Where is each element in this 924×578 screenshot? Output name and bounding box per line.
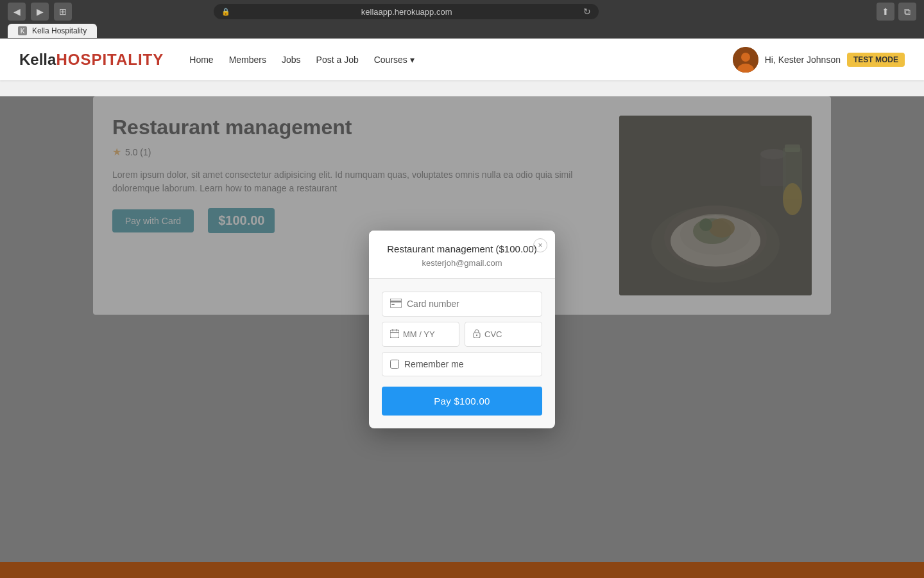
address-bar[interactable]: 🔒 kellaapp.herokuapp.com ↻ xyxy=(214,4,599,19)
avatar xyxy=(733,47,758,73)
close-icon: × xyxy=(538,241,542,250)
payment-overlay: Restaurant management ($100.00) kesterjo… xyxy=(0,96,924,562)
forward-icon: ▶ xyxy=(37,6,44,17)
tab-title: Kella Hospitality xyxy=(32,26,87,35)
modal-close-button[interactable]: × xyxy=(533,238,547,252)
remember-me-label: Remember me xyxy=(404,359,464,369)
logo-kella: Kella xyxy=(19,51,56,69)
nav-members[interactable]: Members xyxy=(229,55,266,65)
nav-courses-dropdown[interactable]: Courses ▾ xyxy=(374,55,415,65)
footer: Get connected with us on social networks… xyxy=(0,562,924,578)
svg-rect-20 xyxy=(390,330,399,338)
sidebar-button[interactable]: ⊞ xyxy=(54,3,72,21)
back-icon: ◀ xyxy=(13,6,21,17)
remember-me-checkbox[interactable] xyxy=(390,360,399,369)
card-number-input[interactable] xyxy=(407,299,534,309)
browser-tab[interactable]: K Kella Hospitality xyxy=(8,24,97,38)
tab-favicon: K xyxy=(18,26,27,35)
url-text: kellaapp.herokuapp.com xyxy=(234,7,579,17)
expiry-input[interactable] xyxy=(403,329,451,339)
nav-jobs[interactable]: Jobs xyxy=(282,55,301,65)
nav-post-job[interactable]: Post a Job xyxy=(316,55,359,65)
nav-links: Home Members Jobs Post a Job Courses ▾ xyxy=(189,55,415,65)
cvc-field[interactable] xyxy=(465,322,542,347)
calendar-icon xyxy=(390,329,399,340)
lock-icon xyxy=(473,329,481,340)
nav-courses-label: Courses xyxy=(374,55,407,65)
payment-modal: Restaurant management ($100.00) kesterjo… xyxy=(369,231,555,428)
reload-icon[interactable]: ↻ xyxy=(583,6,591,17)
svg-rect-21 xyxy=(390,332,399,333)
remember-me-row: Remember me xyxy=(382,352,542,376)
svg-point-1 xyxy=(741,53,750,62)
svg-rect-17 xyxy=(390,299,402,308)
logo-hospitality: HOSPITALITY xyxy=(56,51,164,69)
logo: Kella HOSPITALITY xyxy=(19,51,164,69)
card-details-row xyxy=(382,322,542,347)
pay-now-button[interactable]: Pay $100.00 xyxy=(382,387,542,416)
nav-home[interactable]: Home xyxy=(189,55,213,65)
expiry-field[interactable] xyxy=(382,322,459,347)
cvc-input[interactable] xyxy=(484,329,534,339)
svg-rect-18 xyxy=(390,301,402,302)
new-tab-button[interactable]: ⧉ xyxy=(898,3,916,21)
svg-point-25 xyxy=(476,334,477,335)
card-icon xyxy=(390,299,402,310)
back-button[interactable]: ◀ xyxy=(8,3,26,21)
test-mode-badge: TEST MODE xyxy=(847,53,905,67)
new-tab-icon: ⧉ xyxy=(904,6,911,17)
lock-icon: 🔒 xyxy=(221,8,230,16)
modal-body: Remember me Pay $100.00 xyxy=(369,279,555,428)
forward-button[interactable]: ▶ xyxy=(31,3,49,21)
share-button[interactable]: ⬆ xyxy=(877,3,894,21)
modal-header: Restaurant management ($100.00) kesterjo… xyxy=(369,231,555,279)
svg-rect-19 xyxy=(391,304,395,305)
page: Kella HOSPITALITY Home Members Jobs Post… xyxy=(0,39,924,578)
navbar: Kella HOSPITALITY Home Members Jobs Post… xyxy=(0,39,924,80)
browser-chrome: ◀ ▶ ⊞ 🔒 kellaapp.herokuapp.com ↻ ⬆ ⧉ xyxy=(0,0,924,39)
content-area: Restaurant management ★ 5.0 (1) Lorem ip… xyxy=(0,96,924,562)
card-number-field[interactable] xyxy=(382,292,542,317)
chevron-down-icon: ▾ xyxy=(410,55,415,65)
modal-title: Restaurant management ($100.00) xyxy=(382,243,542,254)
modal-email: kesterjoh@gmail.com xyxy=(382,258,542,268)
user-name: Hi, Kester Johnson xyxy=(765,55,841,65)
nav-user: Hi, Kester Johnson TEST MODE xyxy=(733,47,905,73)
sidebar-icon: ⊞ xyxy=(59,6,67,17)
share-icon: ⬆ xyxy=(882,6,889,17)
